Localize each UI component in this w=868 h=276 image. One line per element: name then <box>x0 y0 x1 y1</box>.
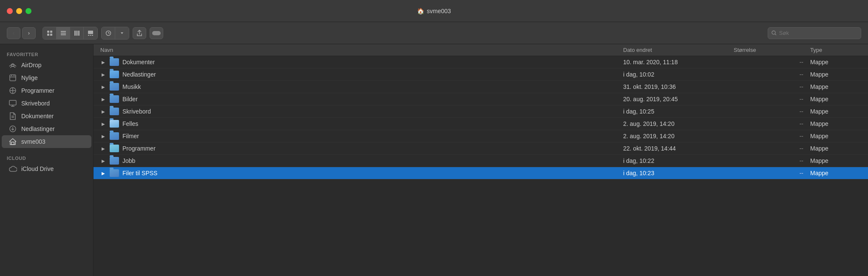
nav-buttons: ‹ › <box>7 27 36 39</box>
file-date: 2. aug. 2019, 14:20 <box>623 133 734 139</box>
expand-arrow[interactable]: ▶ <box>100 170 106 176</box>
expand-arrow[interactable]: ▶ <box>100 96 106 102</box>
view-buttons <box>43 27 98 40</box>
sidebar-item-home[interactable]: svme003 <box>2 135 91 148</box>
table-row[interactable]: ▶ Dokumenter 10. mar. 2020, 11:18 -- Map… <box>94 56 868 68</box>
file-name: Musikk <box>122 83 141 90</box>
table-row[interactable]: ▶ Jobb i dag, 10:22 -- Mappe <box>94 155 868 167</box>
sidebar: Favoritter AirDrop Nylige <box>0 44 94 276</box>
file-date: i dag, 10:23 <box>623 170 734 176</box>
folder-icon <box>110 120 119 128</box>
forward-button[interactable]: › <box>22 27 36 39</box>
share-button[interactable] <box>133 27 146 39</box>
file-size: -- <box>734 170 810 176</box>
table-row[interactable]: ▶ Programmer 22. okt. 2019, 14:44 -- Map… <box>94 142 868 155</box>
svg-rect-4 <box>61 31 66 32</box>
sidebar-item-documents[interactable]: Dokumenter <box>2 110 91 122</box>
table-row[interactable]: ▶ Bilder 20. aug. 2019, 20:45 -- Mappe <box>94 93 868 105</box>
search-input[interactable] <box>779 30 857 36</box>
svg-rect-2 <box>47 34 49 36</box>
file-name: Skrivebord <box>122 108 151 115</box>
col-size: Størrelse <box>734 47 810 53</box>
sidebar-item-applications-label: Programmer <box>21 87 54 94</box>
table-row[interactable]: ▶ Filer til SPSS i dag, 10:23 -- Mappe <box>94 167 868 179</box>
expand-arrow[interactable]: ▶ <box>100 108 106 114</box>
sidebar-item-recents[interactable]: Nylige <box>2 71 91 84</box>
sidebar-item-desktop[interactable]: Skrivebord <box>2 97 91 110</box>
sidebar-item-airdrop-label: AirDrop <box>21 62 41 68</box>
file-size: -- <box>734 59 810 65</box>
view-list-button[interactable] <box>57 27 70 39</box>
icloud-drive-icon <box>9 165 17 173</box>
svg-rect-9 <box>78 31 79 36</box>
file-type: Mappe <box>810 96 861 102</box>
col-name: Navn <box>100 47 623 53</box>
expand-arrow[interactable]: ▶ <box>100 158 106 164</box>
file-date: 20. aug. 2019, 20:45 <box>623 96 734 102</box>
table-row[interactable]: ▶ Skrivebord i dag, 10:25 -- Mappe <box>94 105 868 118</box>
svg-rect-3 <box>50 34 52 36</box>
expand-arrow[interactable]: ▶ <box>100 121 106 127</box>
expand-arrow[interactable]: ▶ <box>100 71 106 77</box>
svg-rect-5 <box>61 33 66 34</box>
expand-arrow[interactable]: ▶ <box>100 59 106 65</box>
sidebar-item-recents-label: Nylige <box>21 74 38 81</box>
file-type: Mappe <box>810 145 861 152</box>
file-size: -- <box>734 96 810 102</box>
file-type: Mappe <box>810 59 861 65</box>
svg-rect-33 <box>11 142 14 145</box>
file-name-cell: ▶ Programmer <box>100 145 623 152</box>
file-name-cell: ▶ Bilder <box>100 95 623 103</box>
view-grid-button[interactable] <box>43 27 57 39</box>
file-type: Mappe <box>810 133 861 139</box>
file-size: -- <box>734 133 810 139</box>
arrange-button[interactable] <box>102 27 115 39</box>
expand-arrow[interactable]: ▶ <box>100 133 106 139</box>
file-type: Mappe <box>810 108 861 115</box>
minimize-button[interactable] <box>16 8 22 14</box>
arrange-dropdown-button[interactable] <box>115 27 129 39</box>
sidebar-item-downloads[interactable]: Nedlastinger <box>2 122 91 135</box>
table-row[interactable]: ▶ Musikk 31. okt. 2019, 10:36 -- Mappe <box>94 81 868 93</box>
folder-icon <box>110 58 119 66</box>
expand-arrow[interactable]: ▶ <box>100 84 106 90</box>
file-type: Mappe <box>810 157 861 164</box>
file-name-cell: ▶ Musikk <box>100 83 623 91</box>
file-type: Mappe <box>810 71 861 78</box>
table-row[interactable]: ▶ Nedlastinger i dag, 10:02 -- Mappe <box>94 68 868 81</box>
file-date: i dag, 10:25 <box>623 108 734 115</box>
sidebar-item-home-label: svme003 <box>21 138 45 145</box>
icloud-section-label: iCloud <box>0 153 93 162</box>
back-button[interactable]: ‹ <box>7 27 20 39</box>
view-gallery-button[interactable] <box>84 27 97 39</box>
table-row[interactable]: ▶ Filmer 2. aug. 2019, 14:20 -- Mappe <box>94 130 868 142</box>
close-button[interactable] <box>7 8 13 14</box>
search-box[interactable] <box>768 27 861 39</box>
favorites-section-label: Favoritter <box>0 49 93 59</box>
file-name: Bilder <box>122 96 138 102</box>
expand-arrow[interactable]: ▶ <box>100 145 106 151</box>
file-date: 10. mar. 2020, 11:18 <box>623 59 734 65</box>
tag-button[interactable] <box>150 27 163 39</box>
sidebar-item-icloud-drive[interactable]: iCloud Drive <box>2 162 91 175</box>
back-icon: ‹ <box>13 30 14 36</box>
window-title: 🏠 svme003 <box>417 8 451 14</box>
folder-icon <box>110 132 119 140</box>
folder-icon <box>110 157 119 165</box>
forward-icon: › <box>28 30 30 36</box>
maximize-button[interactable] <box>26 8 31 14</box>
svg-rect-11 <box>88 35 89 36</box>
file-name: Nedlastinger <box>122 71 156 78</box>
folder-icon <box>110 83 119 91</box>
search-icon <box>772 30 777 36</box>
file-size: -- <box>734 157 810 164</box>
svg-rect-8 <box>76 31 77 36</box>
svg-point-18 <box>772 31 775 34</box>
sidebar-item-airdrop[interactable]: AirDrop <box>2 59 91 71</box>
view-column-button[interactable] <box>70 27 84 39</box>
sidebar-item-documents-label: Dokumenter <box>21 113 54 120</box>
file-list-header: Navn Dato endret Størrelse Type <box>94 44 868 56</box>
svg-rect-13 <box>92 35 93 36</box>
table-row[interactable]: ▶ Felles 2. aug. 2019, 14:20 -- Mappe <box>94 118 868 130</box>
sidebar-item-applications[interactable]: Programmer <box>2 84 91 97</box>
